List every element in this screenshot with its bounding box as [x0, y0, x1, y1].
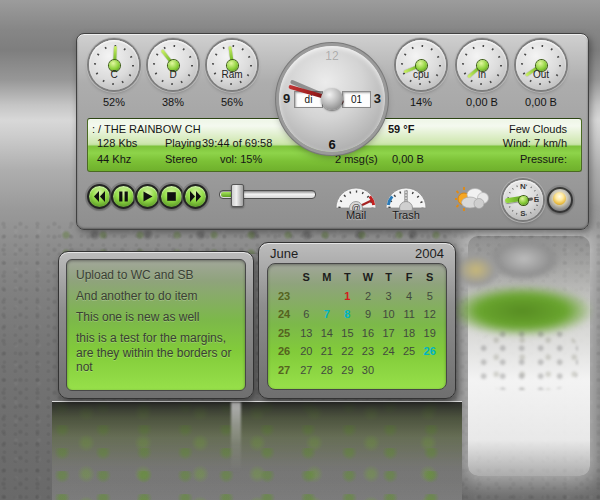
wallpaper-art-cloud — [452, 252, 500, 288]
calendar-day[interactable]: 13 — [296, 324, 317, 343]
calendar-day[interactable]: 7 — [317, 305, 338, 324]
note-item[interactable]: Upload to WC and SB — [76, 268, 236, 282]
calendar-day — [399, 361, 420, 380]
calendar-day[interactable]: 6 — [296, 305, 317, 324]
calendar-day[interactable]: 26 — [419, 342, 440, 361]
calendar-day[interactable]: 30 — [358, 361, 379, 380]
notes-list[interactable]: Upload to WC and SBAnd another to do ite… — [66, 259, 246, 391]
calendar-day[interactable]: 27 — [296, 361, 317, 380]
temperature: 59 °F — [388, 123, 414, 135]
gauge-label: In — [457, 69, 507, 80]
wallpaper-art-green-splash — [452, 286, 592, 336]
calendar-day — [419, 361, 440, 380]
calendar-day[interactable]: 24 — [378, 342, 399, 361]
calendar-day[interactable]: 9 — [358, 305, 379, 324]
date-display: 01 — [342, 91, 371, 108]
calendar-day[interactable]: 15 — [337, 324, 358, 343]
note-item[interactable]: And another to do item — [76, 289, 236, 303]
calendar-month: June — [270, 246, 298, 261]
calendar-day[interactable]: 29 — [337, 361, 358, 380]
compass-south-label: S — [503, 209, 543, 218]
calendar-day[interactable]: 10 — [378, 305, 399, 324]
gauge-label: Out — [516, 69, 566, 80]
calendar-day[interactable]: 19 — [419, 324, 440, 343]
trash-meter[interactable] — [384, 183, 428, 210]
note-item[interactable]: This one is new as well — [76, 310, 236, 324]
calendar-week-column-header — [272, 268, 296, 287]
disk-gauge-c: C — [89, 40, 139, 90]
weather-condition: Few Clouds — [509, 123, 567, 135]
play-icon — [142, 191, 153, 202]
calendar-day[interactable]: 20 — [296, 342, 317, 361]
calendar-day[interactable]: 23 — [358, 342, 379, 361]
compass-hub — [519, 196, 528, 205]
calendar-week-number: 24 — [272, 305, 296, 324]
bitrate: 128 Kbs — [97, 137, 137, 149]
calendar-day[interactable]: 21 — [317, 342, 338, 361]
calendar-body: SMTWTFS231234524678910111225131415161718… — [267, 263, 447, 390]
calendar-day[interactable]: 18 — [399, 324, 420, 343]
note-item[interactable]: this is a test for the margins, are they… — [76, 331, 236, 373]
calendar-grid: SMTWTFS231234524678910111225131415161718… — [272, 268, 440, 379]
clock-numeral-9: 9 — [283, 91, 290, 106]
calendar-day[interactable]: 2 — [358, 287, 379, 306]
gauge-value: 0,00 B — [511, 96, 571, 108]
calendar-day-header: S — [296, 268, 317, 287]
trash-gauge-icon — [384, 183, 428, 210]
media-controls — [87, 184, 207, 209]
calendar-day[interactable]: 11 — [399, 305, 420, 324]
system-monitor-panel: C 52% D 38% Ram 56% cpu 14% — [76, 33, 589, 230]
next-button[interactable] — [183, 184, 208, 209]
calendar-day-header: M — [317, 268, 338, 287]
mail-meter-label: Mail — [328, 209, 384, 221]
calendar-day[interactable]: 8 — [337, 305, 358, 324]
compass-gauge: N E S — [503, 180, 543, 220]
clock-numeral-6: 6 — [279, 137, 385, 152]
notes-panel: Upload to WC and SBAnd another to do ite… — [58, 251, 254, 399]
calendar-week-number: 25 — [272, 324, 296, 343]
wind-speed: Wind: 7 km/h — [503, 137, 567, 149]
mail-gauge-icon: @ — [334, 183, 378, 210]
station-name: : / THE RAINBOW CH — [92, 123, 201, 135]
calendar-day[interactable]: 28 — [317, 361, 338, 380]
calendar-day[interactable]: 4 — [399, 287, 420, 306]
track-time: 39:44 of 69:58 — [202, 137, 272, 149]
previous-button[interactable] — [87, 184, 112, 209]
gauge-label: C — [89, 69, 139, 80]
gauge-value: 38% — [143, 96, 203, 108]
play-button[interactable] — [135, 184, 160, 209]
volume-slider-handle[interactable] — [231, 184, 244, 207]
bulb-icon — [553, 192, 566, 205]
gauge-value: 0,00 B — [452, 96, 512, 108]
channel-mode: Stereo — [165, 153, 197, 165]
clock-numeral-12: 12 — [279, 49, 385, 63]
calendar-day[interactable]: 3 — [378, 287, 399, 306]
gauge-label: Ram — [207, 69, 257, 80]
calendar-day[interactable]: 22 — [337, 342, 358, 361]
pause-icon — [118, 191, 129, 202]
gauge-label: cpu — [396, 69, 446, 80]
calendar-day[interactable]: 12 — [419, 305, 440, 324]
playback-status: Playing — [165, 137, 201, 149]
calendar-day[interactable]: 25 — [399, 342, 420, 361]
gauge-value: 52% — [84, 96, 144, 108]
wallpaper-art-scribbles — [478, 330, 578, 390]
clock-hub — [321, 88, 343, 110]
weather-button[interactable] — [454, 182, 490, 214]
calendar-day-header: T — [378, 268, 399, 287]
calendar-day[interactable]: 14 — [317, 324, 338, 343]
stop-button[interactable] — [159, 184, 184, 209]
volume-readout: vol: 15% — [220, 153, 262, 165]
mail-count: 2 msg(s) — [335, 153, 378, 165]
pause-button[interactable] — [111, 184, 136, 209]
traffic-readout: 0,00 B — [392, 153, 424, 165]
calendar-year: 2004 — [415, 246, 444, 261]
calendar-day[interactable]: 16 — [358, 324, 379, 343]
mail-meter[interactable]: @ — [334, 183, 378, 210]
calendar-day[interactable]: 5 — [419, 287, 440, 306]
calendar-day[interactable]: 17 — [378, 324, 399, 343]
fast-forward-icon — [190, 191, 201, 202]
light-button[interactable] — [547, 187, 573, 213]
calendar-day[interactable]: 1 — [337, 287, 358, 306]
panel-reflection-streak — [231, 402, 241, 472]
